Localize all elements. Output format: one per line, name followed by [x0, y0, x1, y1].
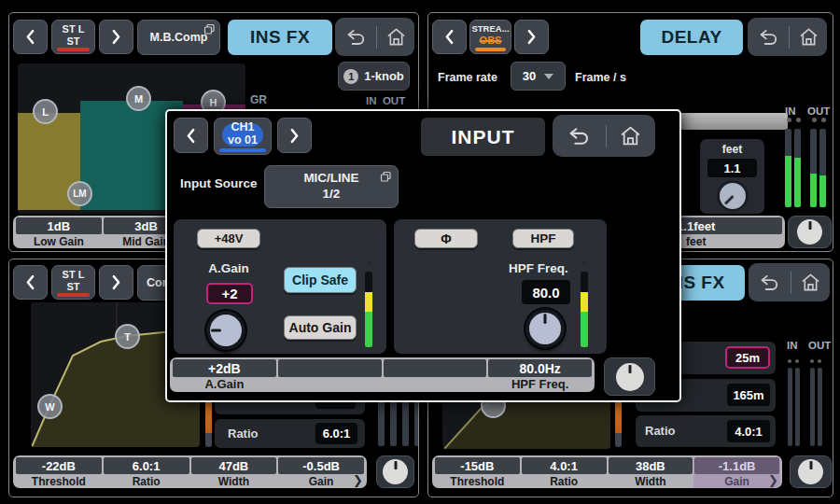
touch-knob-button[interactable] — [376, 455, 414, 488]
meter-fill — [785, 156, 791, 207]
chevron-left-icon — [444, 29, 455, 45]
meter-yellow-segment — [365, 292, 372, 312]
undo-icon[interactable] — [757, 29, 780, 45]
threshold-knob-label: T — [124, 331, 131, 343]
ratio-value-box[interactable]: 4.0:1 — [727, 420, 770, 442]
param-cell[interactable]: 47dB Width — [190, 457, 278, 488]
param-cell[interactable] — [277, 359, 383, 392]
param-cell[interactable]: 80.0Hz HPF Freq. — [487, 359, 593, 392]
param-cell[interactable]: -0.5dB Gain — [277, 457, 365, 488]
selected-param-value-box[interactable]: 25m — [725, 346, 770, 369]
one-knob-button[interactable]: 1 1-knob — [338, 62, 410, 91]
again-knob[interactable] — [206, 311, 245, 350]
channel-select-button[interactable]: CH1 vo 01 — [214, 118, 272, 155]
param-cell[interactable]: 38dB Width — [608, 457, 694, 488]
channel-name-line1: ST L — [63, 23, 85, 35]
gr-meter-label: GR — [250, 93, 267, 106]
touch-knob-button[interactable] — [788, 216, 832, 248]
home-icon[interactable] — [801, 273, 820, 291]
phantom-48v-label: +48V — [215, 231, 244, 245]
phantom-48v-button[interactable]: +48V — [197, 229, 260, 248]
prev-channel-button[interactable] — [174, 118, 208, 153]
param-value: +2dB — [173, 359, 276, 377]
param-cell-selected[interactable]: -1.1dB Gain — [693, 457, 780, 488]
mixer-screen: ST L ST M.B.Comp INS FX L M — [0, 0, 840, 504]
channel-select-button[interactable]: ST L ST — [51, 265, 95, 300]
channel-select-button[interactable]: STREA... OBS — [469, 20, 511, 54]
home-icon[interactable] — [386, 28, 406, 46]
hpf-freq-knob[interactable] — [525, 309, 565, 348]
again-value-box[interactable]: +2 — [206, 283, 253, 304]
chevron-left-icon — [25, 274, 35, 290]
ratio-row: Ratio 4.0:1 — [636, 415, 776, 447]
nav-divider — [791, 272, 791, 294]
more-params-icon: ❯ — [353, 473, 363, 487]
phase-button[interactable]: Φ — [414, 229, 478, 248]
home-icon[interactable] — [799, 28, 819, 46]
analog-gain-section: +48V A.Gain +2 Clip Safe Auto Gain — [174, 219, 386, 354]
channel-name-line1: ST L — [63, 269, 85, 280]
hpf-label: HPF — [531, 231, 556, 245]
nav-divider — [789, 26, 790, 49]
param-cell[interactable]: -22dB Threshold — [15, 457, 103, 488]
low-band-knob[interactable]: L — [33, 99, 58, 124]
hpf-button[interactable]: HPF — [512, 229, 574, 248]
undo-icon[interactable] — [567, 127, 592, 145]
param-cell[interactable] — [383, 359, 488, 392]
in-meter-label: IN — [785, 105, 796, 117]
fx-library-button[interactable]: M.B.Comp — [137, 20, 220, 55]
feet-knob[interactable] — [717, 180, 749, 212]
prev-channel-button[interactable] — [432, 20, 467, 54]
feet-value-box[interactable]: 1.1 — [707, 159, 757, 177]
input-source-button[interactable]: MIC/LINE 1/2 — [264, 165, 399, 208]
meter-track — [365, 272, 372, 347]
out-meter — [818, 368, 822, 446]
low-mid-band-knob[interactable]: LM — [67, 181, 92, 206]
chevron-left-icon — [186, 128, 196, 144]
peak-dot — [818, 359, 821, 363]
home-icon[interactable] — [620, 126, 641, 146]
param-cell[interactable]: +2dB A.Gain — [172, 359, 277, 392]
param-label: Ratio — [103, 474, 190, 488]
channel-select-button[interactable]: ST L ST — [51, 20, 95, 54]
next-channel-button[interactable] — [277, 118, 312, 153]
ratio-value: 6.0:1 — [323, 427, 351, 441]
peak-dot — [787, 118, 791, 122]
hpf-freq-value-box[interactable]: 80.0 — [522, 280, 570, 304]
channel-color-bar — [475, 48, 506, 51]
in-meter — [794, 129, 801, 207]
clip-safe-button[interactable]: Clip Safe — [284, 267, 357, 293]
touch-knob-button[interactable] — [604, 357, 655, 396]
threshold-knob[interactable]: T — [115, 324, 140, 349]
prev-channel-button[interactable] — [13, 20, 48, 54]
channel-name-line2: ST — [66, 281, 79, 292]
dropdown-arrow-icon — [544, 74, 553, 79]
chevron-right-icon — [111, 29, 121, 45]
auto-gain-button[interactable]: Auto Gain — [284, 315, 357, 340]
io-meter-label: IN OUT — [366, 95, 405, 106]
mid-band-knob[interactable]: M — [126, 86, 151, 111]
ratio-value-box[interactable]: 6.0:1 — [315, 423, 357, 444]
out-meter-label: OUT — [808, 340, 831, 351]
next-channel-button[interactable] — [99, 265, 133, 300]
touch-knob-button[interactable] — [790, 455, 832, 488]
undo-icon[interactable] — [758, 274, 781, 290]
param-cell[interactable]: 1dB Low Gain — [15, 217, 103, 248]
undo-icon[interactable] — [344, 29, 368, 45]
frame-rate-dropdown[interactable]: 30 — [511, 62, 566, 91]
feet-value: 1.1 — [723, 161, 740, 175]
width-knob[interactable]: W — [37, 394, 63, 419]
param-cell[interactable]: 4.0:1 Ratio — [521, 457, 608, 488]
next-channel-button[interactable] — [99, 20, 133, 54]
param-value-box[interactable]: 165m — [727, 384, 770, 406]
prev-channel-button[interactable] — [13, 265, 48, 300]
meter-fill — [794, 158, 801, 207]
chevron-left-icon — [25, 29, 35, 45]
channel-color-bar — [57, 48, 90, 51]
next-channel-button[interactable] — [514, 20, 549, 54]
param-cell[interactable]: -15dB Threshold — [434, 457, 521, 488]
param-label: Threshold — [434, 474, 521, 488]
ratio-row: Ratio 6.0:1 — [215, 419, 365, 448]
meter-fill — [819, 175, 826, 207]
param-cell[interactable]: 6.0:1 Ratio — [103, 457, 190, 488]
